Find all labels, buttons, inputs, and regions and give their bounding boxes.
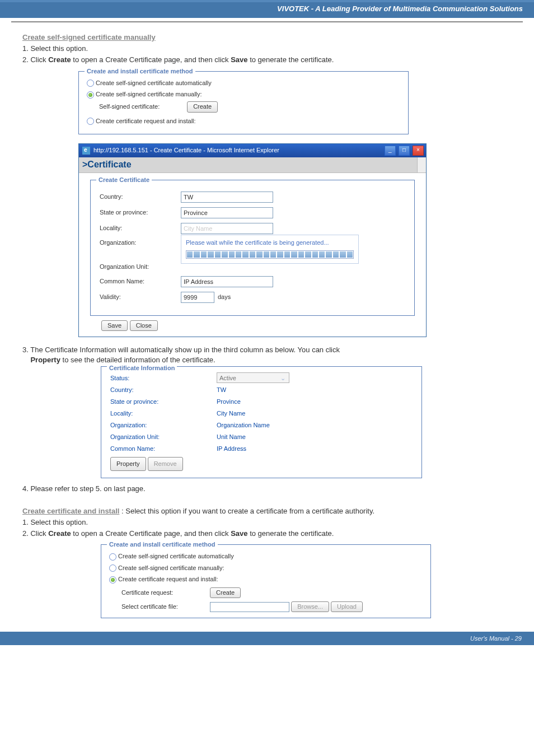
radio-request-2[interactable] [109,576,116,584]
validity-label: Validity: [100,293,181,301]
window-titlebar: http://192.168.5.151 - Create Certificat… [79,144,426,157]
footer-text: User's Manual - 29 [470,635,522,642]
state-input[interactable] [181,207,273,218]
cert-method-fieldset-2: Create and install certificate method Cr… [101,544,431,618]
t: to open a Create Certificate page, and t… [71,529,231,538]
t: Save [231,529,247,538]
t: to generate the certificate. [248,529,334,538]
orgunit-label: Organization Unit: [100,263,181,271]
legend: Create and install certificate method [85,67,195,76]
minimize-button[interactable]: _ [385,146,396,156]
scrollbar[interactable] [417,157,426,172]
org-label: Organization: [100,239,181,247]
step1: 1. Select this option. [22,44,512,54]
ci-org-l: Organization: [110,419,217,431]
radio-manual-label: Create self-signed certificate manually: [96,91,202,97]
ci-org-v: Organization Name [217,419,270,431]
create-cert-fieldset: Create Certificate Country: State or pro… [90,180,415,316]
t: Property [30,356,60,364]
ci-loc-l: Locality: [110,408,217,419]
country-input[interactable] [181,192,273,203]
status-value: Active [219,372,236,384]
upload-button[interactable]: Upload [331,601,363,612]
radio-manual-2[interactable] [109,564,116,572]
radio-request-label-2: Create certificate request and install: [118,576,218,582]
legend: Create Certificate [96,176,152,184]
status-select[interactable]: Active ⌄ [217,372,289,383]
ci-loc-v: City Name [217,408,245,419]
t: Save [231,55,247,64]
radio-manual-label-2: Create self-signed certificate manually: [118,564,224,571]
header-band: VIVOTEK - A Leading Provider of Multimed… [0,0,534,18]
ci-state-v: Province [217,396,241,408]
section1-title: Create self-signed certificate manually [22,32,512,43]
create-button-2[interactable]: Create [210,587,241,598]
country-label: Country: [100,193,181,201]
property-button[interactable]: Property [110,457,146,471]
legend: Certificate Information [107,362,177,374]
ci-cn-v: IP Address [217,443,246,455]
progress-bar [186,250,354,259]
ci-country-l: Country: [110,384,217,396]
locality-label: Locality: [100,224,181,232]
popup-text: Please wait while the certificate is bei… [186,239,354,247]
page-heading: >Certificate [79,157,426,172]
common-label: Common Name: [100,277,181,286]
divider [11,21,523,22]
ie-icon [82,147,90,155]
select-file-label: Select certificate file: [121,603,208,611]
close-button-2[interactable]: Close [130,320,158,331]
step4: 4. Please refer to step 5. on last page. [22,484,512,494]
browse-button[interactable]: Browse... [291,601,329,612]
t: 3. The Certificate Information will auto… [22,346,340,354]
close-button[interactable]: × [413,146,424,156]
chevron-down-icon: ⌄ [279,372,287,384]
sec5-step2: 2. Click Create to open a Create Certifi… [22,529,512,539]
sec5-desc: : Select this option if you want to crea… [119,507,374,515]
radio-auto[interactable] [87,80,94,87]
sec5-line: Create certificate and install : Select … [22,506,512,516]
radio-request[interactable] [87,118,94,125]
ci-cn-l: Common Name: [110,443,217,455]
ci-country-v: TW [217,384,226,396]
t: to generate the certificate. [248,55,334,64]
status-label: Status: [110,372,217,384]
t: Create [48,529,71,538]
save-button[interactable]: Save [101,320,128,331]
t: to open a Create Certificate page, and t… [71,55,231,64]
sec5-title: Create certificate and install [22,507,119,515]
ie-window: http://192.168.5.151 - Create Certificat… [78,143,427,337]
file-input[interactable] [210,602,289,612]
maximize-button[interactable]: □ [399,146,410,156]
radio-request-label: Create certificate request and install: [96,118,196,124]
header-title: VIVOTEK - A Leading Provider of Multimed… [277,4,523,13]
sec5-step1: 1. Select this option. [22,517,512,528]
footer-band: User's Manual - 29 [0,632,534,645]
common-input[interactable] [181,276,273,287]
radio-manual[interactable] [87,91,94,99]
ci-state-l: State or province: [110,396,217,408]
self-signed-label: Self-signed certificate: [99,103,160,110]
radio-auto-2[interactable] [109,553,116,561]
remove-button[interactable]: Remove [148,457,183,471]
validity-input[interactable] [181,292,214,303]
step3: 3. The Certificate Information will auto… [22,345,512,365]
t: Create [48,55,71,64]
state-label: State or province: [100,208,181,217]
cert-method-fieldset-1: Create and install certificate method Cr… [78,71,409,135]
cert-info-fieldset: Certificate Information Status: Active ⌄… [101,366,422,478]
create-button-1[interactable]: Create [187,101,218,112]
window-title: http://192.168.5.151 - Create Certificat… [93,146,380,155]
cert-req-label: Certificate request: [121,589,208,597]
ci-ou-v: Unit Name [217,431,246,443]
window-controls: _ □ × [383,146,424,156]
radio-auto-label: Create self-signed certificate automatic… [96,80,212,86]
days-label: days [218,293,231,301]
radio-auto-label-2: Create self-signed certificate automatic… [118,553,234,559]
locality-input[interactable] [181,223,273,234]
page-heading-text: >Certificate [82,160,132,169]
t: 2. Click [22,55,48,64]
generating-popup: Please wait while the certificate is bei… [181,235,359,264]
legend: Create and install certificate method [107,540,218,549]
t: 2. Click [22,529,48,538]
